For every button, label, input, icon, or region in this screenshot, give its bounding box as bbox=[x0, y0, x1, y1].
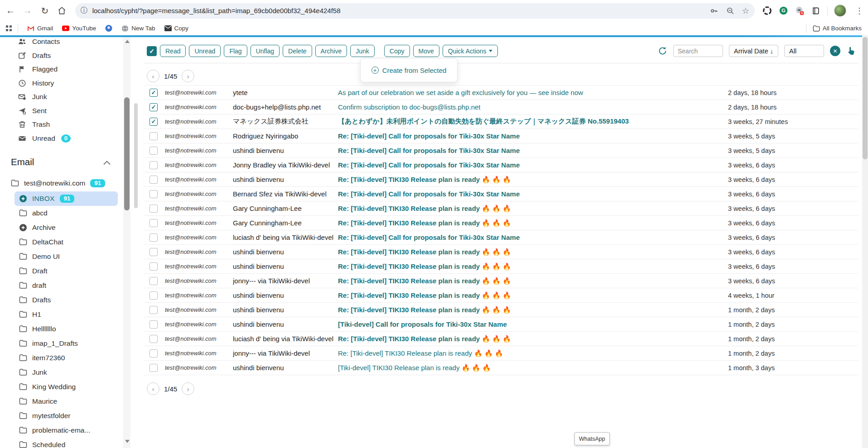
message-row[interactable]: ✓ test@notrewiki.com luciash d' being vi… bbox=[144, 230, 858, 245]
apps-grid-icon[interactable] bbox=[5, 25, 12, 32]
message-row[interactable]: ✓ test@notrewiki.com Gary Cunningham-Lee… bbox=[144, 201, 858, 216]
reload-icon[interactable]: ↻ bbox=[38, 4, 52, 18]
message-checkbox[interactable]: ✓ bbox=[149, 147, 158, 155]
folder-item[interactable]: Drafts bbox=[14, 293, 118, 307]
side-panel-journal-icon[interactable] bbox=[811, 6, 821, 16]
bookmark-gmail[interactable]: Gmail bbox=[27, 25, 53, 32]
previous-page-button[interactable]: ‹ bbox=[147, 382, 159, 395]
close-icon[interactable]: ✕ bbox=[830, 46, 840, 56]
message-subject[interactable]: Re: [Tiki-devel] TIKI30 Release plan is … bbox=[338, 335, 728, 343]
browser-menu-icon[interactable]: ⋮ bbox=[855, 6, 863, 16]
message-subject[interactable]: Re: [Tiki-devel] TIKI30 Release plan is … bbox=[338, 219, 728, 227]
message-subject[interactable]: Re: [Tiki-devel] TIKI30 Release plan is … bbox=[338, 291, 728, 300]
message-row[interactable]: ✓ test@notrewiki.com Gary Cunningham-Lee… bbox=[144, 216, 858, 230]
archive-button[interactable]: Archive bbox=[315, 45, 347, 57]
select-all-checkbox[interactable]: ✓ bbox=[147, 46, 157, 56]
address-bar[interactable]: ⓘ localhost/cypht/?page=message_list&lis… bbox=[75, 3, 755, 19]
message-row[interactable]: ✓ test@notrewiki.com ushindi bienvenu Re… bbox=[144, 172, 858, 187]
home-icon[interactable] bbox=[55, 4, 69, 18]
site-info-icon[interactable]: ⓘ bbox=[81, 6, 88, 15]
folder-item[interactable]: Maurice bbox=[14, 394, 118, 409]
message-row[interactable]: ✓ test@notrewiki.com ytete As part of ou… bbox=[144, 86, 858, 100]
sort-order-button[interactable]: Arrival Date ↓ bbox=[729, 45, 778, 57]
message-row[interactable]: ✓ test@notrewiki.com ushindi bienvenu [T… bbox=[144, 317, 858, 332]
message-subject[interactable]: As part of our celebration we set aside … bbox=[338, 89, 728, 96]
message-row[interactable]: ✓ test@notrewiki.com ushindi bienvenu Re… bbox=[144, 245, 858, 259]
message-checkbox[interactable]: ✓ bbox=[149, 89, 158, 97]
message-subject[interactable]: Re: [Tiki-devel] Call for proposals for … bbox=[338, 132, 728, 140]
next-page-button[interactable]: › bbox=[182, 382, 194, 395]
sidebar-item-trash[interactable]: Trash bbox=[0, 118, 122, 132]
extension-with-error-badge-icon[interactable]: x bbox=[795, 6, 805, 16]
folder-item[interactable]: King Wedding bbox=[14, 380, 118, 394]
message-checkbox[interactable]: ✓ bbox=[149, 306, 158, 314]
message-subject[interactable]: Re: [Tiki-devel] Call for proposals for … bbox=[338, 190, 728, 198]
all-bookmarks[interactable]: All Bookmarks bbox=[813, 25, 862, 32]
message-subject[interactable]: Confirm subscription to doc-bugs@lists.p… bbox=[338, 103, 728, 111]
forward-icon[interactable]: → bbox=[21, 4, 34, 18]
folder-item[interactable]: Demo UI bbox=[14, 249, 118, 264]
message-subject[interactable]: Re: [Tiki-devel] TIKI30 Release plan is … bbox=[338, 349, 728, 357]
back-icon[interactable]: ← bbox=[4, 4, 17, 18]
message-checkbox[interactable]: ✓ bbox=[149, 190, 158, 198]
grammarly-icon[interactable]: G bbox=[778, 6, 788, 16]
message-row[interactable]: ✓ test@notrewiki.com Bernard Sfez via Ti… bbox=[144, 187, 858, 201]
message-row[interactable]: ✓ test@notrewiki.com ushindi bienvenu Re… bbox=[144, 303, 858, 317]
message-row[interactable]: ✓ test@notrewiki.com マネックス証券株式会社 【あとわずか】… bbox=[144, 114, 858, 129]
message-subject[interactable]: Re: [Tiki-devel] TIKI30 Release plan is … bbox=[338, 176, 728, 184]
message-row[interactable]: ✓ test@notrewiki.com ushindi bienvenu Re… bbox=[144, 143, 858, 158]
bookmark-copy[interactable]: Copy bbox=[164, 25, 189, 32]
message-subject[interactable]: Re: [Tiki-devel] Call for proposals for … bbox=[338, 234, 728, 241]
folder-item[interactable]: mytestfolder bbox=[14, 409, 118, 423]
scrollbar-down-arrow[interactable] bbox=[125, 440, 130, 443]
message-checkbox[interactable]: ✓ bbox=[149, 262, 158, 271]
folder-item[interactable]: item72360 bbox=[14, 351, 118, 365]
bookmark-blue-app[interactable] bbox=[105, 25, 112, 32]
message-subject[interactable]: Re: [Tiki-devel] TIKI30 Release plan is … bbox=[338, 205, 728, 213]
password-key-icon[interactable] bbox=[709, 6, 719, 15]
message-subject[interactable]: Re: [Tiki-devel] TIKI30 Release plan is … bbox=[338, 306, 728, 314]
sidebar-item-unread[interactable]: Unread 0 bbox=[0, 132, 122, 146]
sidebar-item-contacts[interactable]: Contacts bbox=[0, 37, 122, 49]
folder-item[interactable]: Scheduled bbox=[14, 438, 118, 448]
message-checkbox[interactable]: ✓ bbox=[149, 234, 158, 242]
message-subject[interactable]: [Tiki-devel] TIKI30 Release plan is read… bbox=[338, 364, 728, 372]
chevron-up-icon[interactable] bbox=[103, 157, 111, 167]
message-checkbox[interactable]: ✓ bbox=[149, 205, 158, 213]
message-checkbox[interactable]: ✓ bbox=[149, 277, 158, 285]
folder-item[interactable]: draft bbox=[14, 278, 118, 293]
create-from-selected-item[interactable]: + Create from Selected bbox=[371, 67, 447, 74]
message-checkbox[interactable]: ✓ bbox=[149, 364, 158, 372]
message-subject[interactable]: [Tiki-devel] Call for proposals for Tiki… bbox=[338, 320, 728, 328]
message-checkbox[interactable]: ✓ bbox=[149, 335, 158, 343]
folder-item[interactable]: imap_1_Drafts bbox=[14, 336, 118, 351]
message-subject[interactable]: Re: [Tiki-devel] Call for proposals for … bbox=[338, 161, 728, 169]
folder-item[interactable]: H1 bbox=[14, 307, 118, 322]
sidebar-account[interactable]: test@notrewiki.com 91 bbox=[0, 176, 122, 190]
folder-item[interactable]: Archive bbox=[14, 220, 118, 235]
sidebar-scrollbar-thumb[interactable] bbox=[124, 97, 130, 210]
previous-page-button[interactable]: ‹ bbox=[147, 70, 159, 82]
sidebar-item-drafts[interactable]: Drafts bbox=[0, 49, 122, 63]
message-checkbox[interactable]: ✓ bbox=[149, 291, 158, 300]
quick-actions-button[interactable]: Quick Actions bbox=[443, 45, 498, 57]
message-checkbox[interactable]: ✓ bbox=[149, 349, 158, 357]
email-section-header[interactable]: Email bbox=[0, 155, 119, 169]
read-button[interactable]: Read bbox=[160, 45, 186, 57]
message-row[interactable]: ✓ test@notrewiki.com luciash d' being vi… bbox=[144, 332, 858, 346]
folder-item[interactable]: Helllllllo bbox=[14, 322, 118, 336]
filter-select[interactable]: All bbox=[784, 45, 824, 57]
sidebar-item-sent[interactable]: Sent bbox=[0, 104, 122, 118]
message-row[interactable]: ✓ test@notrewiki.com Rodriguez Nyiringab… bbox=[144, 129, 858, 143]
folder-list-scrollbar-thumb[interactable] bbox=[134, 103, 138, 208]
message-checkbox[interactable]: ✓ bbox=[149, 320, 158, 329]
extension-shield-icon[interactable] bbox=[762, 6, 772, 16]
copy-button[interactable]: Copy bbox=[384, 45, 410, 57]
message-row[interactable]: ✓ test@notrewiki.com ushindi bienvenu [T… bbox=[144, 361, 858, 375]
sidebar-item-flagged[interactable]: Flagged bbox=[0, 62, 122, 76]
folder-item[interactable]: abcd bbox=[14, 206, 118, 220]
message-row[interactable]: ✓ test@notrewiki.com doc-bugs+help@lists… bbox=[144, 100, 858, 114]
folder-item[interactable]: DeltaChat bbox=[14, 235, 118, 249]
message-subject[interactable]: Re: [Tiki-devel] TIKI30 Release plan is … bbox=[338, 277, 728, 285]
message-subject[interactable]: 【あとわずか】未利用ポイントの自動失効を防ぐ最終ステップ｜マネックス証券 No.… bbox=[338, 117, 728, 126]
